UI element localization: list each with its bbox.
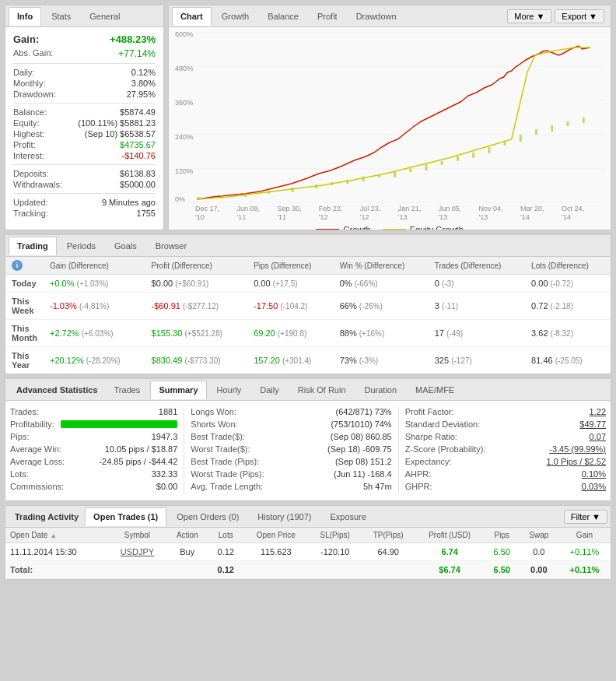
- adv-label: Average Loss:: [10, 457, 65, 466]
- info-panel: Info Stats General Gain: +488.23% Abs. G…: [5, 5, 164, 230]
- adv-value: (Sep 08) 860.85: [331, 432, 392, 441]
- x-label-7: Nov 04,'13: [479, 205, 503, 222]
- tab-adv-ruin[interactable]: Risk Of Ruin: [289, 381, 355, 399]
- total-empty2: [166, 561, 208, 579]
- adv-value: 1.22: [590, 407, 606, 416]
- tab-profit[interactable]: Profit: [309, 7, 346, 26]
- tab-adv-duration[interactable]: Duration: [356, 381, 406, 399]
- adv-stat-row: Best Trade($): (Sep 08) 860.85: [191, 432, 391, 441]
- adv-value: (753/1010) 74%: [331, 419, 391, 429]
- tab-balance[interactable]: Balance: [259, 7, 307, 26]
- equity-value: (100.11%) $5881.23: [78, 118, 156, 128]
- trading-panel: Trading Periods Goals Browser i Gain (Di…: [5, 234, 611, 374]
- tab-trading[interactable]: Trading: [9, 237, 57, 255]
- trading-tab-bar: Trading Periods Goals Browser: [5, 235, 611, 257]
- more-button[interactable]: More ▼: [507, 9, 551, 23]
- svg-rect-25: [441, 161, 443, 165]
- row-win: 0% (-66%): [334, 275, 429, 293]
- adv-stat-row: Profit Factor: 1.22: [405, 407, 606, 416]
- adv-stat-row: Longs Won: (642/871) 73%: [191, 407, 391, 416]
- x-label-3: Feb 22,'12: [319, 205, 343, 222]
- x-label-4: Jul 23,'12: [360, 205, 381, 222]
- adv-stat-row: Sharpe Ratio: 0.07: [405, 432, 606, 441]
- tab-goals[interactable]: Goals: [106, 237, 145, 255]
- filter-button[interactable]: Filter ▼: [564, 510, 607, 524]
- tab-history[interactable]: History (1907): [249, 507, 320, 526]
- tab-adv-summary[interactable]: Summary: [150, 381, 206, 399]
- tracking-value: 1755: [137, 209, 156, 218]
- adv-col1: Trades: 1881Profitability: Pips: 1947.3A…: [10, 407, 177, 494]
- tab-periods[interactable]: Periods: [58, 237, 104, 255]
- table-row: Today +0.0% (+1.03%) $0.00 (+$60.91) 0.0…: [5, 275, 611, 293]
- activity-section-label: Trading Activity: [9, 512, 85, 521]
- profit-row: Profit: $4735.67: [13, 140, 156, 149]
- gain-cell: +0.11%: [558, 543, 611, 561]
- total-empty5: [362, 561, 415, 579]
- adv-label: Lots:: [10, 469, 29, 479]
- equity-legend-line: [383, 229, 406, 230]
- th-swap: Swap: [520, 528, 558, 543]
- highest-label: Highest:: [13, 129, 44, 139]
- monthly-value: 3.80%: [131, 79, 156, 88]
- tab-general[interactable]: General: [81, 7, 128, 26]
- chart-actions: More ▼ Export ▼: [507, 9, 607, 23]
- tab-growth[interactable]: Growth: [213, 7, 257, 26]
- tab-drawdown[interactable]: Drawdown: [348, 7, 405, 26]
- tab-adv-trades[interactable]: Trades: [106, 381, 149, 399]
- table-row: 11.11.2014 15:30 USDJPY Buy 0.12 115.623…: [5, 543, 611, 561]
- th-sl: SL(Pips): [309, 528, 362, 543]
- gain-row: Gain: +488.23%: [13, 33, 156, 45]
- activity-table-header: Open Date ▲ Symbol Action Lots Open Pric…: [5, 528, 611, 543]
- activity-tbody: 11.11.2014 15:30 USDJPY Buy 0.12 115.623…: [5, 543, 611, 579]
- interest-label: Interest:: [13, 151, 44, 160]
- tab-adv-hourly[interactable]: Hourly: [208, 381, 250, 399]
- row-win: 88% (+16%): [334, 320, 429, 347]
- deposits-value: $6138.83: [120, 169, 156, 178]
- export-button[interactable]: Export ▼: [555, 9, 604, 23]
- total-empty1: [108, 561, 166, 579]
- adv-label: GHPR:: [405, 482, 432, 491]
- tab-stats[interactable]: Stats: [43, 7, 79, 26]
- chart-svg: 600% 480% 360% 240% 120% 0%: [173, 32, 606, 203]
- table-row: This Week -1.03% (-4.81%) -$60.91 (-$277…: [5, 293, 611, 320]
- tab-browser[interactable]: Browser: [147, 237, 195, 255]
- withdrawals-label: Withdrawals:: [13, 180, 62, 189]
- table-row: This Year +20.12% (-28.20%) $830.49 (-$7…: [5, 347, 611, 374]
- total-label-cell: Total:: [5, 561, 108, 579]
- interest-value: -$140.76: [122, 151, 156, 160]
- legend-equity: Equity Growth: [383, 225, 464, 230]
- th-symbol: Symbol: [108, 528, 166, 543]
- chart-panel: Chart Growth Balance Profit Drawdown Mor…: [168, 5, 611, 230]
- th-pips: Pips: [485, 528, 520, 543]
- tab-adv-mae[interactable]: MAE/MFE: [407, 381, 463, 399]
- row-label: Today: [5, 275, 44, 293]
- tab-open-orders[interactable]: Open Orders (0): [168, 507, 247, 526]
- svg-rect-23: [409, 168, 411, 172]
- row-pips: 69.20 (+190.8): [247, 320, 334, 347]
- profit-cell: 6.74: [415, 543, 485, 561]
- growth-legend-line: [316, 229, 339, 230]
- daily-value: 0.12%: [131, 68, 156, 77]
- adv-value: (Sep 18) -609.75: [327, 444, 392, 454]
- total-lots-cell: 0.12: [208, 561, 243, 579]
- th-gain: Gain: [558, 528, 611, 543]
- adv-stat-row: Avg. Trade Length: 5h 47m: [191, 482, 391, 491]
- drawdown-label: Drawdown:: [13, 90, 56, 99]
- adv-stat-row: Average Loss: -24.85 pips / -$44.42: [10, 457, 177, 466]
- table-row: This Month +2.72% (+6.03%) $155.30 (+$52…: [5, 320, 611, 347]
- th-profit: Profit (Difference): [145, 257, 248, 275]
- tab-exposure[interactable]: Exposure: [321, 507, 374, 526]
- tab-adv-daily[interactable]: Daily: [251, 381, 287, 399]
- row-label: This Month: [5, 320, 44, 347]
- symbol-cell[interactable]: USDJPY: [108, 543, 166, 561]
- adv-stat-row: GHPR: 0.03%: [405, 482, 606, 491]
- tab-info[interactable]: Info: [9, 7, 41, 26]
- adv-label: Shorts Won:: [191, 419, 237, 429]
- adv-value: 1947.3: [152, 432, 178, 441]
- action-cell: Buy: [166, 543, 208, 561]
- tab-open-trades[interactable]: Open Trades (1): [85, 507, 166, 526]
- tab-chart[interactable]: Chart: [172, 7, 212, 26]
- drawdown-value: 27.95%: [127, 90, 156, 99]
- symbol-link[interactable]: USDJPY: [121, 547, 154, 556]
- svg-rect-30: [520, 135, 522, 142]
